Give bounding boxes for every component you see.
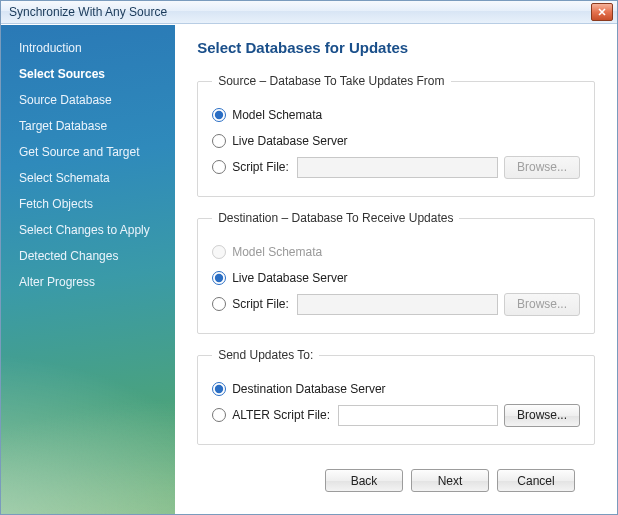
back-button[interactable]: Back [325, 469, 403, 492]
step-get-source-target[interactable]: Get Source and Target [19, 139, 175, 165]
source-model-row: Model Schemata [212, 102, 580, 128]
step-alter-progress[interactable]: Alter Progress [19, 269, 175, 295]
titlebar: Synchronize With Any Source [1, 1, 617, 24]
dest-live-label[interactable]: Live Database Server [232, 271, 347, 285]
body: Introduction Select Sources Source Datab… [1, 24, 617, 514]
source-script-row: Script File: Browse... [212, 154, 580, 180]
dest-browse-button[interactable]: Browse... [504, 293, 580, 316]
next-button[interactable]: Next [411, 469, 489, 492]
send-alter-input[interactable] [338, 405, 498, 426]
footer: Back Next Cancel [197, 459, 595, 504]
source-script-input[interactable] [297, 157, 498, 178]
source-script-radio[interactable] [212, 160, 226, 174]
dest-model-label: Model Schemata [232, 245, 322, 259]
destination-group: Destination – Database To Receive Update… [197, 211, 595, 334]
source-model-label[interactable]: Model Schemata [232, 108, 322, 122]
source-legend: Source – Database To Take Updates From [212, 74, 450, 88]
dest-live-radio[interactable] [212, 271, 226, 285]
source-script-label[interactable]: Script File: [232, 160, 289, 174]
close-icon[interactable] [591, 3, 613, 21]
step-detected-changes[interactable]: Detected Changes [19, 243, 175, 269]
step-select-sources[interactable]: Select Sources [19, 61, 175, 87]
dest-script-row: Script File: Browse... [212, 291, 580, 317]
destination-legend: Destination – Database To Receive Update… [212, 211, 459, 225]
dest-model-radio [212, 245, 226, 259]
source-group: Source – Database To Take Updates From M… [197, 74, 595, 197]
send-group: Send Updates To: Destination Database Se… [197, 348, 595, 445]
window-title: Synchronize With Any Source [9, 5, 591, 19]
dest-script-input[interactable] [297, 294, 498, 315]
send-dest-label[interactable]: Destination Database Server [232, 382, 385, 396]
sidebar: Introduction Select Sources Source Datab… [1, 25, 175, 514]
send-legend: Send Updates To: [212, 348, 319, 362]
send-dest-radio[interactable] [212, 382, 226, 396]
source-live-label[interactable]: Live Database Server [232, 134, 347, 148]
main-panel: Select Databases for Updates Source – Da… [175, 25, 617, 514]
source-live-row: Live Database Server [212, 128, 580, 154]
send-dest-row: Destination Database Server [212, 376, 580, 402]
step-select-changes[interactable]: Select Changes to Apply [19, 217, 175, 243]
source-browse-button[interactable]: Browse... [504, 156, 580, 179]
step-introduction[interactable]: Introduction [19, 35, 175, 61]
step-source-database[interactable]: Source Database [19, 87, 175, 113]
send-alter-row: ALTER Script File: Browse... [212, 402, 580, 428]
step-select-schemata[interactable]: Select Schemata [19, 165, 175, 191]
step-fetch-objects[interactable]: Fetch Objects [19, 191, 175, 217]
dest-script-radio[interactable] [212, 297, 226, 311]
dest-model-row: Model Schemata [212, 239, 580, 265]
send-browse-button[interactable]: Browse... [504, 404, 580, 427]
step-target-database[interactable]: Target Database [19, 113, 175, 139]
dest-script-label[interactable]: Script File: [232, 297, 289, 311]
source-live-radio[interactable] [212, 134, 226, 148]
source-model-radio[interactable] [212, 108, 226, 122]
page-title: Select Databases for Updates [197, 39, 595, 56]
cancel-button[interactable]: Cancel [497, 469, 575, 492]
dest-live-row: Live Database Server [212, 265, 580, 291]
send-alter-label[interactable]: ALTER Script File: [232, 408, 330, 422]
wizard-window: Synchronize With Any Source Introduction… [0, 0, 618, 515]
send-alter-radio[interactable] [212, 408, 226, 422]
